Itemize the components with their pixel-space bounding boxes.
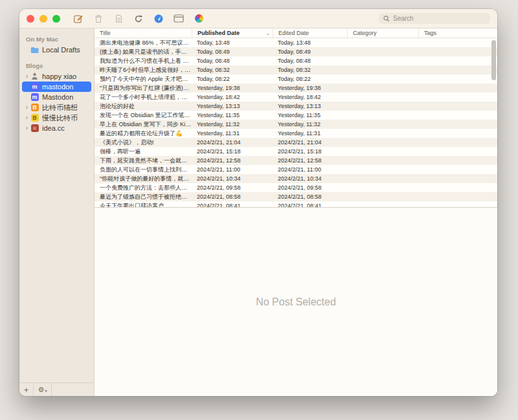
title-cell: 最近为了锻炼自己习惯于被拒绝的能力，又… [95, 193, 192, 201]
edited-date-cell: 2024/2/21, 12:58 [273, 157, 347, 164]
column-header-label: Published Date [197, 30, 240, 36]
toolbar: Search [19, 9, 497, 28]
published-date-cell: 2024/2/21, 10:34 [192, 175, 273, 182]
disclosure-icon[interactable]: › [23, 115, 30, 121]
search-placeholder: Search [393, 15, 414, 22]
app-window: Search On My MacLocal DraftsBlogs›happy … [19, 9, 497, 396]
published-date-cell: Yesterday, 13:13 [192, 103, 273, 109]
bitcoin-yellow-icon: B [30, 114, 39, 122]
table-row[interactable]: "只是因为你写出了红牌 (廉价酒)，不代表…Yesterday, 19:38Ye… [95, 83, 497, 93]
table-row[interactable]: 最近的精力都用在论坛升级了💪Yesterday, 11:31Yesterday,… [95, 129, 497, 138]
published-date-cell: 2024/2/21, 08:58 [192, 193, 273, 200]
table-row[interactable]: 很棒，再听一遍2024/2/21, 15:182024/2/21, 15:18 [95, 147, 497, 156]
title-cell: 负面的人可以在一切事情上找到负面这是一… [95, 166, 192, 174]
sidebar-section-header: Blogs [19, 61, 94, 71]
scrollbar-thumb[interactable] [491, 40, 496, 80]
table-row[interactable]: 今天下午要出门拜访客户，…2024/2/21, 08:412024/2/21, … [95, 201, 497, 207]
sidebar-item-label: Local Drafts [42, 46, 80, 54]
table-row[interactable]: 测出来电池健康 86%，不可思议，没有达到…Today, 13:48Today,… [95, 38, 497, 47]
edited-date-cell: 2024/2/21, 08:41 [273, 203, 347, 207]
disclosure-icon[interactable]: › [23, 125, 30, 131]
sidebar-item-idea-cc[interactable]: ›≡idea.cc [22, 123, 91, 133]
sidebar-item-label: happy xiao [42, 72, 76, 80]
column-header-title[interactable]: Title [95, 28, 192, 38]
table-row[interactable]: 我知道为什么不习惯在手机上看 Matter 或 R…Today, 08:48To… [95, 56, 497, 65]
sidebar-item-慢慢比特币[interactable]: ›B慢慢比特币 [22, 113, 91, 123]
table-row[interactable]: 泡论坛的好处Yesterday, 13:13Yesterday, 13:13 [95, 102, 497, 111]
close-window-button[interactable] [27, 15, 34, 23]
column-header-tags[interactable]: Tags [418, 28, 497, 38]
sort-indicator-icon: ⌄ [265, 30, 270, 36]
document-icon[interactable] [113, 14, 124, 24]
search-field[interactable]: Search [379, 13, 490, 24]
edited-date-cell: 2024/2/21, 21:04 [273, 139, 347, 146]
no-post-selected-message: No Post Selected [256, 296, 336, 308]
published-date-cell: Yesterday, 18:42 [192, 94, 273, 100]
refresh-icon[interactable] [133, 14, 144, 24]
desktop: Search On My MacLocal DraftsBlogs›happy … [0, 0, 518, 420]
sidebar-item-mastodon[interactable]: mMastodon [22, 92, 91, 102]
column-header-category[interactable]: Category [347, 28, 418, 38]
table-header: TitlePublished Date⌄Edited DateCategoryT… [95, 28, 497, 38]
edited-date-cell: 2024/2/21, 09:58 [273, 184, 347, 191]
action-gear-button[interactable]: ⚙▾ [34, 383, 52, 396]
sidebar-item-label: idea.cc [42, 124, 65, 132]
sidebar-item-happy-xiao[interactable]: ›happy xiao [22, 71, 91, 82]
site-icon: ≡ [30, 124, 39, 133]
table-row[interactable]: 昨天睡了6小时但早上感觉很好，是不是说…Today, 08:32Today, 0… [95, 65, 497, 74]
title-cell: (接上条) 如果只是读书的话，手机和墨水屏… [95, 48, 192, 56]
title-cell: 测出来电池健康 86%，不可思议，没有达到… [95, 39, 192, 47]
column-header-label: Tags [424, 30, 436, 36]
edited-date-cell: Yesterday, 13:13 [273, 103, 347, 109]
column-header-edited-date[interactable]: Edited Date [273, 28, 347, 38]
colors-icon[interactable] [194, 14, 204, 24]
toolbar-icons [73, 14, 204, 24]
sidebar-item-label: 慢慢比特币 [42, 113, 78, 123]
edited-date-cell: Yesterday, 11:32 [273, 121, 347, 127]
post-list-pane: TitlePublished Date⌄Edited DateCategoryT… [95, 28, 497, 396]
disclosure-icon[interactable]: › [23, 73, 30, 80]
detail-pane: No Post Selected [95, 207, 497, 396]
table-row[interactable]: 花了一个多小时手机上填理赔，一月到现在…Yesterday, 18:42Yest… [95, 93, 497, 102]
minimize-window-button[interactable] [39, 15, 47, 23]
table-row[interactable]: 负面的人可以在一切事情上找到负面这是一…2024/2/21, 11:002024… [95, 165, 497, 174]
column-header-label: Edited Date [278, 30, 309, 36]
table-row[interactable]: (接上条) 如果只是读书的话，手机和墨水屏…Today, 08:49Today,… [95, 47, 497, 56]
title-cell: 早上在 Obsidian 里写下，同步 Kindle 高亮… [95, 120, 192, 129]
window-icon[interactable] [174, 14, 184, 24]
edited-date-cell: 2024/2/21, 10:34 [273, 175, 347, 182]
post-table: 测出来电池健康 86%，不可思议，没有达到…Today, 13:48Today,… [95, 38, 497, 207]
title-cell: 下雨，延安路竟然不堵，一会就到浦东了 [95, 157, 192, 165]
table-row[interactable]: "你能对孩子做的最好的事情，就是和另一…2024/2/21, 10:342024… [95, 174, 497, 183]
table-row[interactable]: 发现一个在 Obsidian 里记工作笔记的好…Yesterday, 11:35… [95, 111, 497, 120]
compose-icon[interactable] [73, 14, 84, 24]
table-row[interactable]: 最近为了锻炼自己习惯于被拒绝的能力，又…2024/2/21, 08:582024… [95, 192, 497, 201]
column-header-published-date[interactable]: Published Date⌄ [192, 28, 273, 38]
published-date-cell: 2024/2/21, 11:00 [192, 166, 273, 173]
table-row[interactable]: 一个免费推广的方法：去那些人气高的论坛…2024/2/21, 09:582024… [95, 183, 497, 192]
add-button[interactable]: + [19, 383, 34, 396]
zoom-window-button[interactable] [52, 15, 60, 23]
trash-icon[interactable] [93, 14, 104, 24]
preview-icon[interactable] [153, 14, 164, 24]
published-date-cell: 2024/2/21, 21:04 [192, 139, 273, 146]
published-date-cell: 2024/2/21, 09:58 [192, 184, 273, 191]
published-date-cell: Today, 13:48 [192, 39, 273, 46]
published-date-cell: Yesterday, 11:31 [192, 130, 273, 137]
table-row[interactable]: 早上在 Obsidian 里写下，同步 Kindle 高亮…Yesterday,… [95, 120, 497, 129]
person-icon [30, 72, 39, 81]
published-date-cell: 2024/2/21, 12:58 [192, 157, 273, 164]
sidebar-item-比特币猜想[interactable]: ›B比特币猜想 [22, 102, 91, 113]
sidebar-item-local-drafts[interactable]: Local Drafts [22, 45, 91, 55]
title-cell: "你能对孩子做的最好的事情，就是和另一… [95, 175, 192, 183]
title-cell: 花了一个多小时手机上填理赔，一月到现在… [95, 93, 192, 102]
disclosure-icon[interactable]: › [23, 104, 30, 111]
table-row[interactable]: 下雨，延安路竟然不堵，一会就到浦东了2024/2/21, 12:582024/2… [95, 156, 497, 165]
sidebar-item-label: mastodon [42, 83, 73, 91]
edited-date-cell: Today, 08:22 [273, 76, 347, 82]
sidebar-item-mastodon[interactable]: mmastodon [22, 82, 91, 92]
mastodon-icon: m [30, 93, 39, 102]
table-row[interactable]: 《美式小说》，启动!2024/2/21, 21:042024/2/21, 21:… [95, 138, 497, 147]
table-row[interactable]: 预约了今天中午的 Apple 天才吧，打算给这…Today, 08:22Toda… [95, 74, 497, 83]
edited-date-cell: 2024/2/21, 08:58 [273, 193, 347, 200]
